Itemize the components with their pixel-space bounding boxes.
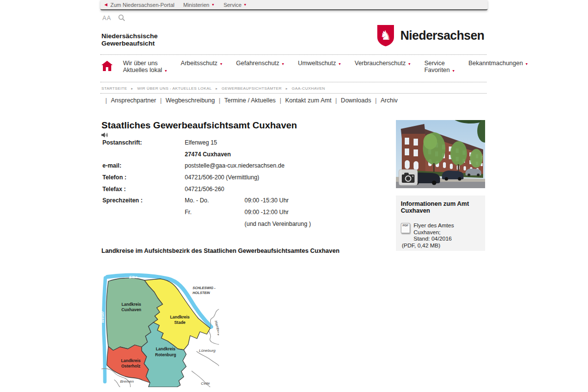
local-subnav: | Ansprechpartner | Wegbeschreibung | Te… (101, 97, 397, 104)
email-value[interactable]: poststelle@gaa-cux.niedersachsen.de (185, 162, 311, 174)
label-hamburg: Hamburg (214, 320, 219, 336)
portal-back-link[interactable]: ◀ Zum Niedersachsen-Portal (104, 2, 174, 8)
portal-back-label: Zum Niedersachsen-Portal (110, 2, 174, 8)
brand-name: Niedersachsen (400, 28, 484, 43)
pdf-file-icon: PDF (401, 223, 410, 233)
chevron-down-icon: ▼ (452, 69, 455, 73)
niedersachsen-logo[interactable]: ♞ Niedersachsen (376, 24, 484, 47)
flyer-pdf-link[interactable]: PDF Flyer des Amtes Cuxhaven; Stand: 04/… (401, 222, 480, 249)
font-resize-button[interactable]: AA (102, 15, 111, 22)
nav-item-gefahrenschutz[interactable]: Gefahrenschutz▼ (236, 60, 285, 67)
nav-label: Wir über uns (123, 60, 158, 67)
office-building-photo (396, 120, 485, 188)
back-arrow-icon: ◀ (104, 3, 107, 7)
label-osterholz-2: Osterholz (121, 364, 140, 368)
hours-label: Sprechzeiten : (102, 197, 185, 209)
river-label-weser: Weser (100, 311, 105, 323)
page: ◀ Zum Niedersachsen-Portal Ministerien ▼… (0, 0, 588, 392)
label-cuxhaven-1: Landkreis (122, 302, 141, 307)
chevron-down-icon: ▼ (244, 3, 247, 6)
chevron-down-icon: ▼ (211, 3, 215, 6)
hours-note: (und nach Vereinbarung ) (245, 220, 311, 232)
breadcrumb-arrow-icon: ► (285, 87, 288, 90)
topbar-menu-service[interactable]: Service ▼ (223, 2, 247, 8)
map-heading: Landkreise im Aufsichtsbezirk des Staatl… (101, 247, 376, 254)
subnav-separator: | (160, 97, 162, 104)
info-box-title: Informationen zum Amt Cuxhaven (401, 200, 480, 214)
postal-label: Postanschrift: (102, 139, 185, 151)
spacer (102, 220, 185, 232)
label-bremen: Bremen (120, 379, 134, 384)
chevron-down-icon: ▼ (281, 62, 285, 66)
chevron-down-icon: ▼ (525, 62, 528, 66)
subnav-item-archiv[interactable]: Archiv (381, 97, 398, 104)
nav-item-wir-ueber-uns[interactable]: Wir über uns Aktuelles lokal▼ (123, 60, 168, 74)
main-navigation: Wir über uns Aktuelles lokal▼ Arbeitssch… (101, 60, 541, 74)
subnav-separator: | (335, 97, 337, 104)
contact-details: Postanschrift: Elfenweg 15 27474 Cuxhave… (102, 139, 311, 232)
divider (100, 93, 487, 94)
nav-label: Gefahrenschutz (236, 60, 279, 67)
flyer-title: Flyer des Amtes Cuxhaven; (414, 222, 480, 236)
portal-topbar: ◀ Zum Niedersachsen-Portal Ministerien ▼… (100, 0, 488, 10)
river-label-elbe: Elbe (129, 275, 138, 279)
site-title: Niedersächsische Gewerbeaufsicht (101, 32, 158, 47)
email-label: e-mail: (102, 162, 185, 174)
subnav-item-wegbeschreibung[interactable]: Wegbeschreibung (166, 97, 215, 104)
breadcrumb-startseite[interactable]: STARTSEITE (101, 86, 127, 91)
nav-item-verbraucherschutz[interactable]: Verbraucherschutz▼ (355, 60, 411, 67)
nav-item-bekanntmachungen[interactable]: Bekanntmachungen▼ (468, 60, 528, 67)
chevron-down-icon: ▼ (164, 69, 168, 73)
breadcrumb-item[interactable]: GAA-CUXHAVEN (292, 86, 325, 91)
label-rotenburg-1: Landkreis (156, 346, 175, 351)
subnav-item-ansprechpartner[interactable]: Ansprechpartner (111, 97, 156, 104)
menu-label: Ministerien (183, 2, 209, 8)
label-stade-1: Landkreis (170, 315, 190, 319)
nav-label: Umweltschutz (298, 60, 336, 67)
breadcrumb-item[interactable]: GEWERBEAUFSICHTSÄMTER (221, 86, 282, 91)
read-aloud-speaker-icon[interactable] (101, 132, 108, 138)
postal-street: Elfenweg 15 (185, 139, 311, 151)
nav-label: Aktuelles lokal (123, 67, 162, 74)
hours-days: Fr. (185, 209, 245, 220)
breadcrumb-arrow-icon: ► (215, 87, 218, 90)
label-stade-2: Stade (174, 320, 185, 325)
search-icon[interactable] (118, 14, 125, 22)
spacer (102, 209, 185, 220)
chevron-down-icon: ▼ (220, 62, 223, 66)
home-icon[interactable] (101, 61, 113, 71)
site-title-line2: Gewerbeaufsicht (101, 40, 158, 47)
label-rotenburg-2: Rotenburg (155, 352, 176, 357)
river-weser (104, 278, 105, 382)
subnav-separator: | (280, 97, 281, 104)
menu-label: Service (223, 2, 242, 8)
district-map: Elbe Weser Landkreis Cuxhaven Landkreis … (100, 273, 219, 387)
site-title-line1: Niedersächsische (101, 32, 158, 40)
enlarge-photo-button[interactable] (399, 170, 417, 185)
coat-of-arms-shield-icon: ♞ (376, 24, 395, 47)
subnav-item-termine[interactable]: Termine / Aktuelles (224, 97, 276, 104)
horse-icon: ♞ (380, 28, 391, 43)
breadcrumb-item[interactable]: WIR ÜBER UNS - AKTUELLES LOKAL (137, 86, 212, 91)
nav-label: Arbeitsschutz (181, 60, 218, 67)
subnav-item-kontakt[interactable]: Kontakt zum Amt (285, 97, 331, 104)
nav-item-service-favoriten[interactable]: Service Favoriten▼ (424, 60, 455, 74)
nav-item-arbeitsschutz[interactable]: Arbeitsschutz▼ (181, 60, 223, 67)
info-box: Informationen zum Amt Cuxhaven PDF Flyer… (396, 196, 485, 251)
subnav-item-downloads[interactable]: Downloads (341, 97, 371, 104)
hours-time: 09:00 -15:30 Uhr (245, 197, 311, 209)
breadcrumb: STARTSEITE ► WIR ÜBER UNS - AKTUELLES LO… (101, 86, 325, 91)
nav-label: Favoriten (424, 67, 450, 74)
spacer (185, 220, 245, 232)
divider (100, 54, 487, 55)
label-lueneburg: Lüneburg (199, 348, 216, 353)
nav-label: Service (424, 60, 445, 67)
topbar-menu-ministerien[interactable]: Ministerien ▼ (183, 2, 215, 8)
pdf-icon-label: PDF (403, 224, 409, 227)
label-schleswig: SCHLESWIG - (193, 286, 216, 290)
page-title: Staatliches Gewerbeaufsichtsamt Cuxhaven (101, 120, 297, 131)
nav-item-umweltschutz[interactable]: Umweltschutz▼ (298, 60, 342, 67)
hours-time: 09:00 -12:00 Uhr (245, 209, 311, 220)
phone-value: 04721/506-200 (Vermittlung) (185, 174, 311, 186)
page-tools: AA (102, 14, 125, 22)
